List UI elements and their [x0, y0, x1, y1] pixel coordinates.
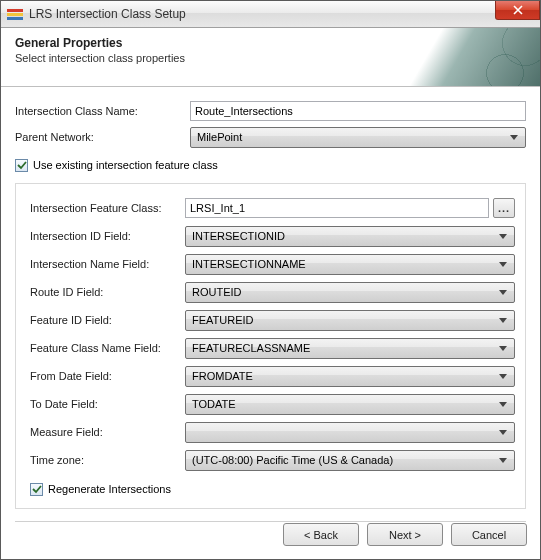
back-button[interactable]: < Back	[283, 523, 359, 546]
row-field: To Date Field:TODATE	[30, 390, 515, 418]
parent-network-combo[interactable]: MilePoint	[190, 127, 526, 148]
field-value: FEATUREID	[192, 314, 496, 326]
chevron-down-icon	[496, 290, 510, 295]
field-label: Route ID Field:	[30, 286, 185, 298]
field-combo[interactable]: TODATE	[185, 394, 515, 415]
row-regenerate: Regenerate Intersections	[30, 478, 515, 500]
row-field: Time zone:(UTC-08:00) Pacific Time (US &…	[30, 446, 515, 474]
chevron-down-icon	[496, 262, 510, 267]
row-field: Intersection Name Field:INTERSECTIONNAME	[30, 250, 515, 278]
field-combo[interactable]: FEATURECLASSNAME	[185, 338, 515, 359]
row-parent-network: Parent Network: MilePoint	[15, 124, 526, 150]
footer: < Back Next > Cancel	[0, 513, 541, 560]
field-value: FEATURECLASSNAME	[192, 342, 496, 354]
feature-class-label: Intersection Feature Class:	[30, 202, 185, 214]
field-value: TODATE	[192, 398, 496, 410]
field-combo[interactable]: FROMDATE	[185, 366, 515, 387]
field-label: Time zone:	[30, 454, 185, 466]
class-name-label: Intersection Class Name:	[15, 105, 190, 117]
field-value: INTERSECTIONNAME	[192, 258, 496, 270]
check-icon	[17, 161, 27, 170]
row-field: Feature ID Field:FEATUREID	[30, 306, 515, 334]
class-name-input[interactable]	[190, 101, 526, 121]
field-label: Measure Field:	[30, 426, 185, 438]
row-field: Intersection ID Field:INTERSECTIONID	[30, 222, 515, 250]
field-label: Intersection Name Field:	[30, 258, 185, 270]
regenerate-label: Regenerate Intersections	[48, 483, 171, 495]
close-button[interactable]	[495, 1, 540, 20]
field-label: To Date Field:	[30, 398, 185, 410]
chevron-down-icon	[496, 458, 510, 463]
field-combo[interactable]: INTERSECTIONNAME	[185, 254, 515, 275]
row-field: Measure Field:	[30, 418, 515, 446]
chevron-down-icon	[496, 234, 510, 239]
row-field: Feature Class Name Field:FEATURECLASSNAM…	[30, 334, 515, 362]
parent-network-value: MilePoint	[197, 131, 507, 143]
chevron-down-icon	[496, 430, 510, 435]
field-label: Feature ID Field:	[30, 314, 185, 326]
chevron-down-icon	[496, 318, 510, 323]
field-label: Intersection ID Field:	[30, 230, 185, 242]
row-class-name: Intersection Class Name:	[15, 98, 526, 124]
parent-network-label: Parent Network:	[15, 131, 190, 143]
row-use-existing: Use existing intersection feature class	[15, 154, 526, 176]
use-existing-checkbox[interactable]	[15, 159, 28, 172]
field-value: (UTC-08:00) Pacific Time (US & Canada)	[192, 454, 496, 466]
field-label: From Date Field:	[30, 370, 185, 382]
main-area: Intersection Class Name: Parent Network:…	[1, 87, 540, 509]
check-icon	[32, 485, 42, 494]
app-icon	[7, 6, 23, 22]
wizard-header: General Properties Select intersection c…	[1, 28, 540, 87]
row-feature-class: Intersection Feature Class: LRSI_Int_1 .…	[30, 194, 515, 222]
row-field: Route ID Field:ROUTEID	[30, 278, 515, 306]
feature-class-input[interactable]: LRSI_Int_1	[185, 198, 489, 218]
next-button[interactable]: Next >	[367, 523, 443, 546]
chevron-down-icon	[496, 402, 510, 407]
row-field: From Date Field:FROMDATE	[30, 362, 515, 390]
use-existing-label: Use existing intersection feature class	[33, 159, 218, 171]
cancel-button[interactable]: Cancel	[451, 523, 527, 546]
window-title: LRS Intersection Class Setup	[29, 7, 186, 21]
close-icon	[513, 5, 523, 15]
titlebar: LRS Intersection Class Setup	[1, 1, 540, 28]
field-combo[interactable]	[185, 422, 515, 443]
field-combo[interactable]: ROUTEID	[185, 282, 515, 303]
field-value: INTERSECTIONID	[192, 230, 496, 242]
fields-panel: Intersection Feature Class: LRSI_Int_1 .…	[15, 183, 526, 509]
field-combo[interactable]: FEATUREID	[185, 310, 515, 331]
field-value: ROUTEID	[192, 286, 496, 298]
field-value: FROMDATE	[192, 370, 496, 382]
field-label: Feature Class Name Field:	[30, 342, 185, 354]
regenerate-checkbox[interactable]	[30, 483, 43, 496]
chevron-down-icon	[496, 374, 510, 379]
field-combo[interactable]: INTERSECTIONID	[185, 226, 515, 247]
field-combo[interactable]: (UTC-08:00) Pacific Time (US & Canada)	[185, 450, 515, 471]
browse-button[interactable]: ...	[493, 198, 515, 218]
chevron-down-icon	[507, 135, 521, 140]
header-graphic	[410, 28, 540, 87]
chevron-down-icon	[496, 346, 510, 351]
